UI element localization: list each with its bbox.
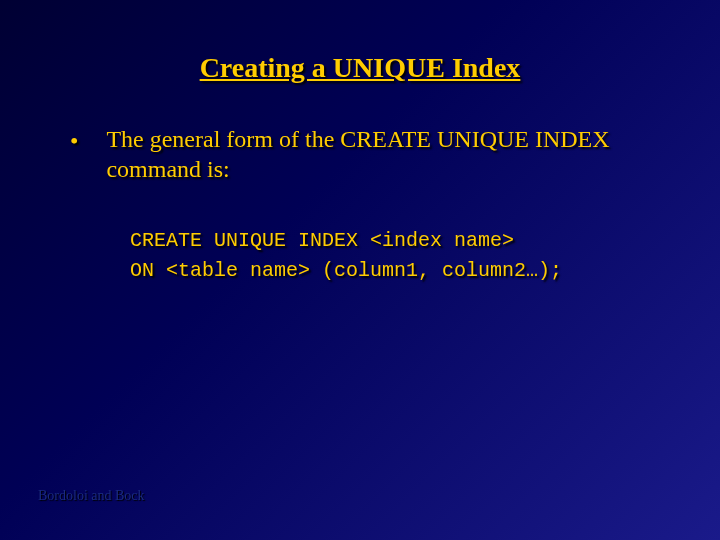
footer-credit: Bordoloi and Bock <box>38 488 145 504</box>
slide: { "title": "Creating a UNIQUE Index", "b… <box>0 0 720 540</box>
slide-title: Creating a UNIQUE Index <box>0 0 720 84</box>
slide-body: • The general form of the CREATE UNIQUE … <box>0 124 720 184</box>
code-line-2: ON <table name> (column1, column2…); <box>130 259 562 282</box>
code-block: CREATE UNIQUE INDEX <index name> ON <tab… <box>0 226 720 286</box>
bullet-mark: • <box>70 124 106 156</box>
code-line-1: CREATE UNIQUE INDEX <index name> <box>130 229 514 252</box>
bullet-text: The general form of the CREATE UNIQUE IN… <box>106 124 660 184</box>
bullet-item: • The general form of the CREATE UNIQUE … <box>70 124 660 184</box>
